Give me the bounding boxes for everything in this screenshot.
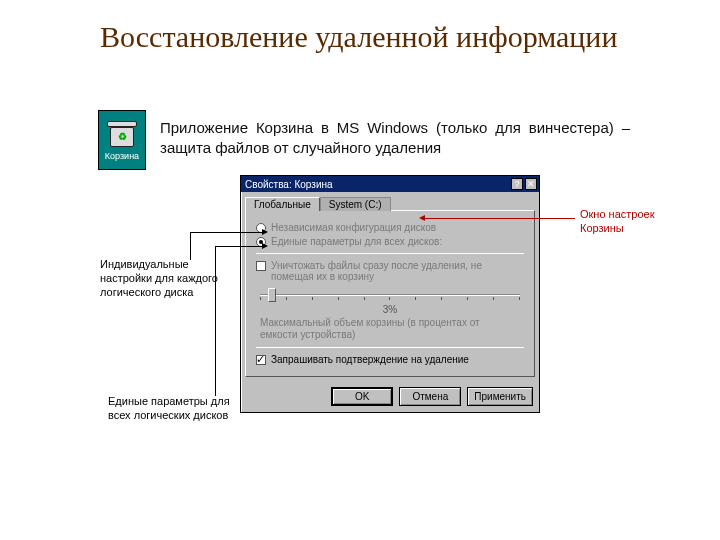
cancel-button[interactable]: Отмена [399,387,461,406]
separator [256,253,524,254]
arrow-head-icon [262,243,268,249]
radio-independent-label: Независимая конфигурация дисков [271,222,436,233]
arrow-line [425,218,575,219]
max-size-label: Максимальный объем корзины (в процентах … [260,317,520,341]
trash-icon: ♻ [107,121,137,147]
max-size-slider[interactable] [260,288,520,302]
slider-thumb-icon[interactable] [268,288,276,302]
recycle-bin-icon: ♻ Корзина [98,110,146,170]
arrow-line [215,246,262,247]
apply-button[interactable]: Применить [467,387,533,406]
arrow-line [215,246,216,396]
checkbox-icon [256,355,266,365]
tabs: Глобальные System (C:) [245,196,535,210]
check-confirm-label: Запрашивать подтверждение на удаление [271,354,469,365]
dialog-content: Независимая конфигурация дисков Единые п… [245,210,535,377]
max-size-slider-group: 3% Максимальный объем корзины (в процент… [260,288,520,341]
annotation-window-settings: Окно настроек Корзины [580,208,690,236]
arrow-head-icon [419,215,425,221]
radio-unified-config[interactable]: Единые параметры для всех дисков: [256,236,524,247]
help-button[interactable]: ? [511,178,523,190]
check-delete-immediate[interactable]: Уничтожать файлы сразу после удаления, н… [256,260,524,282]
recycle-bin-label: Корзина [105,151,139,161]
annotation-individual-settings: Индивидуальные настройки для каждого лог… [100,258,220,299]
annotation-unified-settings: Единые параметры для всех логических дис… [108,395,238,423]
separator [256,347,524,348]
arrow-line [190,232,191,260]
radio-unified-label: Единые параметры для всех дисков: [271,236,442,247]
slider-percent-value: 3% [260,304,520,315]
recycle-bin-properties-dialog: Свойства: Корзина ? ✕ Глобальные System … [240,175,540,413]
arrow-line [190,232,262,233]
tab-global[interactable]: Глобальные [245,197,320,211]
ok-button[interactable]: OK [331,387,393,406]
tab-system-c[interactable]: System (C:) [320,197,391,211]
slide-description: Приложение Корзина в MS Windows (только … [160,118,630,159]
dialog-buttons: OK Отмена Применить [241,381,539,412]
arrow-head-icon [262,229,268,235]
dialog-titlebar[interactable]: Свойства: Корзина ? ✕ [241,176,539,192]
checkbox-icon [256,261,266,271]
check-confirm-delete[interactable]: Запрашивать подтверждение на удаление [256,354,524,365]
dialog-title: Свойства: Корзина [245,179,333,190]
radio-independent-config[interactable]: Независимая конфигурация дисков [256,222,524,233]
slide-title: Восстановление удаленной информации [100,20,617,55]
close-button[interactable]: ✕ [525,178,537,190]
check-delete-immediate-label: Уничтожать файлы сразу после удаления, н… [271,260,524,282]
